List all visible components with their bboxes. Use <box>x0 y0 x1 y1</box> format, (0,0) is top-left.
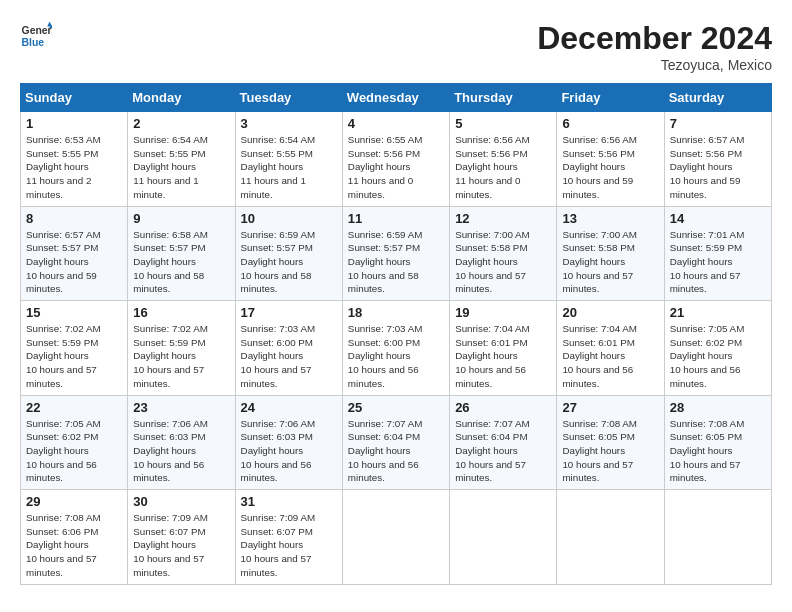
calendar-cell: 24 Sunrise: 7:06 AM Sunset: 6:03 PM Dayl… <box>235 395 342 490</box>
calendar-cell: 27 Sunrise: 7:08 AM Sunset: 6:05 PM Dayl… <box>557 395 664 490</box>
day-info: Sunrise: 7:06 AM Sunset: 6:03 PM Dayligh… <box>241 417 337 486</box>
calendar-cell: 13 Sunrise: 7:00 AM Sunset: 5:58 PM Dayl… <box>557 206 664 301</box>
day-number: 3 <box>241 116 337 131</box>
day-number: 23 <box>133 400 229 415</box>
calendar-week-3: 15 Sunrise: 7:02 AM Sunset: 5:59 PM Dayl… <box>21 301 772 396</box>
day-info: Sunrise: 7:03 AM Sunset: 6:00 PM Dayligh… <box>241 322 337 391</box>
day-info: Sunrise: 7:08 AM Sunset: 6:05 PM Dayligh… <box>562 417 658 486</box>
day-info: Sunrise: 7:05 AM Sunset: 6:02 PM Dayligh… <box>26 417 122 486</box>
calendar-cell: 31 Sunrise: 7:09 AM Sunset: 6:07 PM Dayl… <box>235 490 342 585</box>
day-info: Sunrise: 7:07 AM Sunset: 6:04 PM Dayligh… <box>455 417 551 486</box>
day-number: 29 <box>26 494 122 509</box>
day-number: 16 <box>133 305 229 320</box>
calendar-cell: 11 Sunrise: 6:59 AM Sunset: 5:57 PM Dayl… <box>342 206 449 301</box>
title-block: December 2024 Tezoyuca, Mexico <box>537 20 772 73</box>
day-info: Sunrise: 7:00 AM Sunset: 5:58 PM Dayligh… <box>455 228 551 297</box>
location: Tezoyuca, Mexico <box>537 57 772 73</box>
weekday-header-monday: Monday <box>128 84 235 112</box>
calendar-cell: 18 Sunrise: 7:03 AM Sunset: 6:00 PM Dayl… <box>342 301 449 396</box>
weekday-header-tuesday: Tuesday <box>235 84 342 112</box>
day-number: 12 <box>455 211 551 226</box>
calendar-cell <box>450 490 557 585</box>
day-number: 9 <box>133 211 229 226</box>
day-info: Sunrise: 6:55 AM Sunset: 5:56 PM Dayligh… <box>348 133 444 202</box>
day-number: 17 <box>241 305 337 320</box>
day-number: 28 <box>670 400 766 415</box>
weekday-header-thursday: Thursday <box>450 84 557 112</box>
calendar-cell: 17 Sunrise: 7:03 AM Sunset: 6:00 PM Dayl… <box>235 301 342 396</box>
calendar-cell: 6 Sunrise: 6:56 AM Sunset: 5:56 PM Dayli… <box>557 112 664 207</box>
day-number: 26 <box>455 400 551 415</box>
page-header: General Blue December 2024 Tezoyuca, Mex… <box>20 20 772 73</box>
day-info: Sunrise: 6:59 AM Sunset: 5:57 PM Dayligh… <box>241 228 337 297</box>
calendar-week-1: 1 Sunrise: 6:53 AM Sunset: 5:55 PM Dayli… <box>21 112 772 207</box>
day-info: Sunrise: 6:59 AM Sunset: 5:57 PM Dayligh… <box>348 228 444 297</box>
calendar-cell: 1 Sunrise: 6:53 AM Sunset: 5:55 PM Dayli… <box>21 112 128 207</box>
day-number: 5 <box>455 116 551 131</box>
calendar-cell: 4 Sunrise: 6:55 AM Sunset: 5:56 PM Dayli… <box>342 112 449 207</box>
day-info: Sunrise: 7:08 AM Sunset: 6:05 PM Dayligh… <box>670 417 766 486</box>
calendar-cell: 5 Sunrise: 6:56 AM Sunset: 5:56 PM Dayli… <box>450 112 557 207</box>
day-number: 18 <box>348 305 444 320</box>
day-number: 24 <box>241 400 337 415</box>
calendar-week-5: 29 Sunrise: 7:08 AM Sunset: 6:06 PM Dayl… <box>21 490 772 585</box>
weekday-header-wednesday: Wednesday <box>342 84 449 112</box>
day-number: 10 <box>241 211 337 226</box>
day-number: 21 <box>670 305 766 320</box>
day-number: 4 <box>348 116 444 131</box>
day-number: 7 <box>670 116 766 131</box>
day-number: 1 <box>26 116 122 131</box>
day-info: Sunrise: 6:56 AM Sunset: 5:56 PM Dayligh… <box>455 133 551 202</box>
calendar-cell <box>664 490 771 585</box>
weekday-header-sunday: Sunday <box>21 84 128 112</box>
calendar-cell: 28 Sunrise: 7:08 AM Sunset: 6:05 PM Dayl… <box>664 395 771 490</box>
day-info: Sunrise: 7:07 AM Sunset: 6:04 PM Dayligh… <box>348 417 444 486</box>
calendar-cell: 3 Sunrise: 6:54 AM Sunset: 5:55 PM Dayli… <box>235 112 342 207</box>
calendar-table: SundayMondayTuesdayWednesdayThursdayFrid… <box>20 83 772 585</box>
day-info: Sunrise: 7:00 AM Sunset: 5:58 PM Dayligh… <box>562 228 658 297</box>
day-number: 14 <box>670 211 766 226</box>
day-info: Sunrise: 7:05 AM Sunset: 6:02 PM Dayligh… <box>670 322 766 391</box>
day-number: 13 <box>562 211 658 226</box>
calendar-cell: 19 Sunrise: 7:04 AM Sunset: 6:01 PM Dayl… <box>450 301 557 396</box>
day-info: Sunrise: 6:58 AM Sunset: 5:57 PM Dayligh… <box>133 228 229 297</box>
calendar-cell: 23 Sunrise: 7:06 AM Sunset: 6:03 PM Dayl… <box>128 395 235 490</box>
calendar-cell <box>342 490 449 585</box>
calendar-cell: 7 Sunrise: 6:57 AM Sunset: 5:56 PM Dayli… <box>664 112 771 207</box>
day-info: Sunrise: 7:06 AM Sunset: 6:03 PM Dayligh… <box>133 417 229 486</box>
day-info: Sunrise: 7:04 AM Sunset: 6:01 PM Dayligh… <box>562 322 658 391</box>
weekday-header-row: SundayMondayTuesdayWednesdayThursdayFrid… <box>21 84 772 112</box>
day-number: 20 <box>562 305 658 320</box>
calendar-week-4: 22 Sunrise: 7:05 AM Sunset: 6:02 PM Dayl… <box>21 395 772 490</box>
day-number: 19 <box>455 305 551 320</box>
day-number: 6 <box>562 116 658 131</box>
day-info: Sunrise: 7:09 AM Sunset: 6:07 PM Dayligh… <box>241 511 337 580</box>
calendar-cell: 14 Sunrise: 7:01 AM Sunset: 5:59 PM Dayl… <box>664 206 771 301</box>
svg-text:Blue: Blue <box>22 37 45 48</box>
day-info: Sunrise: 7:03 AM Sunset: 6:00 PM Dayligh… <box>348 322 444 391</box>
day-info: Sunrise: 6:54 AM Sunset: 5:55 PM Dayligh… <box>133 133 229 202</box>
day-info: Sunrise: 6:57 AM Sunset: 5:57 PM Dayligh… <box>26 228 122 297</box>
svg-text:General: General <box>22 25 52 36</box>
calendar-cell <box>557 490 664 585</box>
calendar-cell: 12 Sunrise: 7:00 AM Sunset: 5:58 PM Dayl… <box>450 206 557 301</box>
day-info: Sunrise: 7:04 AM Sunset: 6:01 PM Dayligh… <box>455 322 551 391</box>
day-number: 27 <box>562 400 658 415</box>
calendar-cell: 16 Sunrise: 7:02 AM Sunset: 5:59 PM Dayl… <box>128 301 235 396</box>
day-number: 11 <box>348 211 444 226</box>
day-info: Sunrise: 6:57 AM Sunset: 5:56 PM Dayligh… <box>670 133 766 202</box>
calendar-cell: 22 Sunrise: 7:05 AM Sunset: 6:02 PM Dayl… <box>21 395 128 490</box>
calendar-cell: 8 Sunrise: 6:57 AM Sunset: 5:57 PM Dayli… <box>21 206 128 301</box>
calendar-cell: 26 Sunrise: 7:07 AM Sunset: 6:04 PM Dayl… <box>450 395 557 490</box>
calendar-cell: 10 Sunrise: 6:59 AM Sunset: 5:57 PM Dayl… <box>235 206 342 301</box>
calendar-cell: 25 Sunrise: 7:07 AM Sunset: 6:04 PM Dayl… <box>342 395 449 490</box>
day-number: 2 <box>133 116 229 131</box>
calendar-cell: 15 Sunrise: 7:02 AM Sunset: 5:59 PM Dayl… <box>21 301 128 396</box>
day-info: Sunrise: 6:53 AM Sunset: 5:55 PM Dayligh… <box>26 133 122 202</box>
day-number: 30 <box>133 494 229 509</box>
calendar-cell: 29 Sunrise: 7:08 AM Sunset: 6:06 PM Dayl… <box>21 490 128 585</box>
day-number: 31 <box>241 494 337 509</box>
weekday-header-saturday: Saturday <box>664 84 771 112</box>
day-number: 25 <box>348 400 444 415</box>
day-number: 15 <box>26 305 122 320</box>
